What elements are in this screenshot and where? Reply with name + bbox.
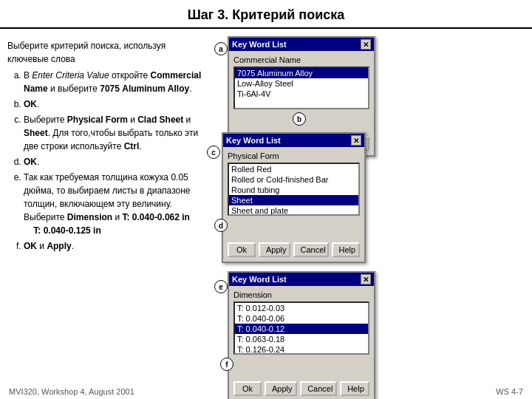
step-d: OK. [24, 155, 207, 168]
circle-e: e [214, 280, 228, 293]
dialog-dimension-title: Key Word List [232, 275, 287, 284]
physical-form-apply-button[interactable]: Apply [259, 242, 290, 257]
list-item[interactable]: 7075 Aluminum Alloy [235, 68, 368, 78]
dialog-dimension-body: Dimension T: 0.012-0.03 T: 0.040-0.06 T:… [229, 286, 374, 399]
dialog-dimension: Key Word List ✕ Dimension T: 0.012-0.03 … [228, 271, 375, 399]
circle-d: d [214, 219, 228, 232]
dialog-physical-form-body: Physical Form Rolled Red Rolled or Cold-… [223, 147, 364, 262]
dialog-physical-form-close[interactable]: ✕ [351, 135, 361, 146]
commercial-name-label: Commercial Name [233, 55, 369, 64]
commercial-name-listbox[interactable]: 7075 Aluminum Alloy Low-Alloy Steel Ti-6… [233, 66, 369, 109]
dialog-commercial-name-titlebar: Key Word List ✕ [229, 38, 374, 51]
list-item[interactable]: Sheet and plate [229, 205, 358, 216]
dialog-dimension-titlebar: Key Word List ✕ [229, 273, 374, 286]
circle-b: b [293, 112, 306, 126]
physical-form-ok-button[interactable]: Ok [228, 242, 256, 257]
dimension-label: Dimension [233, 290, 369, 299]
dialog-commercial-name-close[interactable]: ✕ [361, 39, 371, 50]
list-item[interactable]: T: 0.126-0.24 [235, 344, 368, 355]
dialog-dimension-close[interactable]: ✕ [361, 274, 371, 284]
list-item[interactable]: Rolled or Cold-finished Bar [229, 174, 358, 185]
page-title: Шаг 3. Критерий поиска [0, 0, 532, 29]
step-b: OK. [24, 98, 207, 111]
list-item[interactable]: T: 0.040-0.06 [235, 313, 368, 324]
circle-c: c [207, 146, 220, 159]
step-a: В Enter Criteria Value откройте Commerci… [24, 69, 207, 95]
dialog-commercial-name-title: Key Word List [232, 40, 287, 49]
physical-form-cancel-button[interactable]: Cancel [293, 242, 329, 257]
dialogs-panel: a Key Word List ✕ Commercial Name 7075 A… [214, 36, 525, 391]
steps-list: В Enter Criteria Value откройте Commerci… [7, 69, 207, 253]
list-item[interactable]: Rolled Red [229, 164, 358, 174]
page-footer: MVI320, Workshop 4, August 2001 WS 4-7 [0, 387, 532, 396]
dialog-physical-form-titlebar: Key Word List ✕ [223, 134, 364, 147]
list-item[interactable]: Ti-6Al-4V [235, 89, 368, 99]
circle-a: a [214, 42, 228, 55]
list-item[interactable]: T: 0.040-0.12 [235, 324, 368, 334]
physical-form-buttons: Ok Apply Cancel Help [228, 242, 360, 257]
footer-left: MVI320, Workshop 4, August 2001 [9, 387, 134, 396]
circle-f: f [220, 358, 233, 371]
main-content: Выберите критерий поиска, используя ключ… [0, 36, 532, 391]
list-item[interactable]: Round tubing [229, 185, 358, 195]
physical-form-listbox[interactable]: Rolled Red Rolled or Cold-finished Bar R… [228, 163, 360, 216]
physical-form-help-button[interactable]: Help [332, 242, 361, 257]
step-c: Выберите Physical Form и Clad Sheet и Sh… [24, 113, 207, 153]
footer-right: WS 4-7 [496, 387, 523, 396]
list-item[interactable]: Sheet [229, 195, 358, 205]
dialog-physical-form: Key Word List ✕ Physical Form Rolled Red… [222, 132, 366, 263]
list-item[interactable]: T: 0.063-0.18 [235, 334, 368, 344]
dimension-listbox[interactable]: T: 0.012-0.03 T: 0.040-0.06 T: 0.040-0.1… [233, 301, 369, 355]
step-e: Так как требуемая толщина кожуха 0.05 дю… [24, 171, 207, 237]
step-f: OK и Apply. [24, 239, 207, 253]
dialog-physical-form-title: Key Word List [226, 136, 281, 145]
physical-form-label: Physical Form [228, 151, 360, 160]
instructions-panel: Выберите критерий поиска, используя ключ… [7, 36, 207, 391]
list-item[interactable]: T: 0.012-0.03 [235, 303, 368, 313]
intro-text: Выберите критерий поиска, используя ключ… [7, 39, 207, 66]
list-item[interactable]: Low-Alloy Steel [235, 78, 368, 89]
